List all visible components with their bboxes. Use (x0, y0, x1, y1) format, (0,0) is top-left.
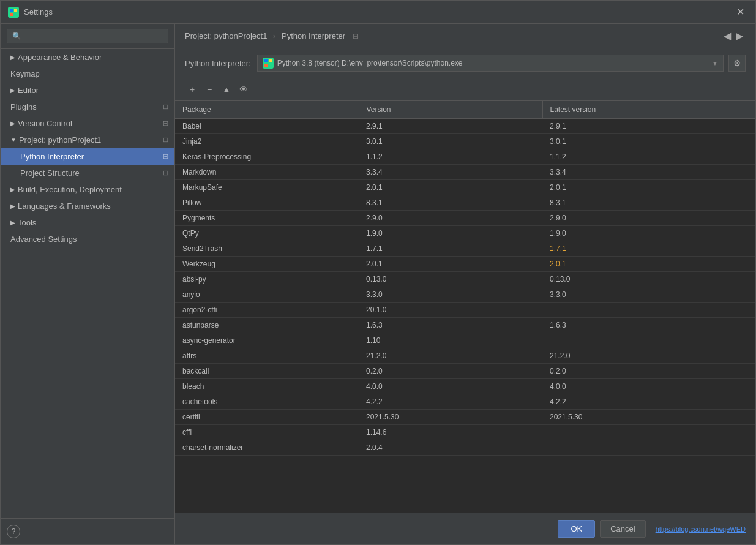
table-row[interactable]: Babel2.9.12.9.1 (175, 119, 755, 134)
sidebar-item-editor[interactable]: ▶ Editor (1, 82, 174, 99)
package-version-cell: 2.0.4 (359, 440, 542, 456)
svg-rect-1 (10, 9, 13, 12)
package-latest-cell (542, 440, 755, 456)
settings-icon: ⊟ (163, 152, 168, 160)
sidebar-item-plugins[interactable]: Plugins ⊟ (1, 99, 174, 115)
interpreter-settings-button[interactable]: ⚙ (728, 55, 746, 72)
sidebar-item-languages-frameworks[interactable]: ▶ Languages & Frameworks (1, 198, 174, 214)
table-row[interactable]: QtPy1.9.01.9.0 (175, 226, 755, 241)
gear-icon: ⚙ (733, 58, 741, 68)
close-button[interactable]: ✕ (733, 5, 748, 19)
expand-arrow: ▶ (10, 203, 15, 209)
sidebar-item-label: Plugins (10, 102, 37, 111)
package-name-cell: charset-normalizer (175, 440, 359, 456)
cancel-button[interactable]: Cancel (600, 520, 645, 538)
package-version-cell: 1.10 (359, 333, 542, 348)
package-latest-cell (542, 303, 755, 318)
package-name-cell: cachetools (175, 394, 359, 410)
package-name-cell: Werkzeug (175, 257, 359, 272)
table-row[interactable]: bleach4.0.04.0.0 (175, 379, 755, 394)
table-header-row: Package Version Latest version (175, 101, 755, 119)
table-row[interactable]: Jinja23.0.13.0.1 (175, 134, 755, 149)
sidebar-item-label: Languages & Frameworks (18, 201, 111, 211)
package-version-cell: 1.9.0 (359, 226, 542, 241)
sidebar-item-build-execution[interactable]: ▶ Build, Execution, Deployment (1, 181, 174, 198)
package-version-cell: 1.6.3 (359, 318, 542, 333)
package-version-cell: 3.0.1 (359, 134, 542, 149)
nav-back-button[interactable]: ◀ (721, 29, 733, 43)
package-version-cell: 3.3.4 (359, 165, 542, 180)
sidebar-item-version-control[interactable]: ▶ Version Control ⊟ (1, 115, 174, 132)
breadcrumb-separator: › (273, 31, 275, 40)
package-name-cell: MarkupSafe (175, 180, 359, 195)
sidebar-item-label: Appearance & Behavior (18, 53, 102, 62)
table-row[interactable]: MarkupSafe2.0.12.0.1 (175, 180, 755, 195)
svg-rect-7 (269, 59, 272, 62)
package-name-cell: async-generator (175, 333, 359, 348)
sidebar-item-project-structure[interactable]: Project Structure ⊟ (1, 165, 174, 181)
package-version-cell: 4.2.2 (359, 394, 542, 410)
remove-package-button[interactable]: − (202, 82, 217, 97)
sidebar-item-python-interpreter[interactable]: Python Interpreter ⊟ (1, 148, 174, 165)
package-name-cell: cffi (175, 425, 359, 440)
add-package-button[interactable]: + (185, 82, 200, 97)
sidebar-item-label: Keymap (10, 69, 40, 78)
table-toolbar: + − ▲ 👁 (175, 78, 755, 101)
table-row[interactable]: certifi2021.5.302021.5.30 (175, 410, 755, 425)
table-row[interactable]: async-generator1.10 (175, 333, 755, 348)
breadcrumb-project[interactable]: Project: pythonProject1 (185, 31, 267, 40)
package-latest-cell (542, 425, 755, 440)
svg-rect-2 (14, 9, 17, 12)
interpreter-dropdown[interactable]: Python 3.8 (tensor) D:\env_pro\tensor\Sc… (257, 55, 724, 72)
package-latest-cell: 2.9.0 (542, 211, 755, 226)
package-name-cell: certifi (175, 410, 359, 425)
package-latest-cell: 21.2.0 (542, 348, 755, 364)
package-latest-cell: 8.3.1 (542, 195, 755, 211)
nav-forward-button[interactable]: ▶ (733, 29, 746, 43)
table-row[interactable]: charset-normalizer2.0.4 (175, 440, 755, 456)
package-version-cell: 3.3.0 (359, 287, 542, 303)
sidebar-item-label: Project Structure (20, 168, 80, 178)
package-version-cell: 20.1.0 (359, 303, 542, 318)
sidebar-item-keymap[interactable]: Keymap (1, 66, 174, 82)
table-row[interactable]: astunparse1.6.31.6.3 (175, 318, 755, 333)
up-button[interactable]: ▲ (219, 82, 234, 97)
table-row[interactable]: cachetools4.2.24.2.2 (175, 394, 755, 410)
table-row[interactable]: Pillow8.3.18.3.1 (175, 195, 755, 211)
table-row[interactable]: absl-py0.13.00.13.0 (175, 272, 755, 287)
table-row[interactable]: Send2Trash1.7.11.7.1 (175, 241, 755, 257)
show-details-button[interactable]: 👁 (236, 82, 251, 97)
table-row[interactable]: attrs21.2.021.2.0 (175, 348, 755, 364)
search-input[interactable] (7, 29, 168, 43)
interpreter-bar: Python Interpreter: Python 3.8 (tensor) … (175, 48, 755, 78)
table-row[interactable]: anyio3.3.03.3.0 (175, 287, 755, 303)
sidebar-item-project[interactable]: ▼ Project: pythonProject1 ⊟ (1, 132, 174, 148)
sidebar-item-appearance[interactable]: ▶ Appearance & Behavior (1, 49, 174, 66)
svg-rect-4 (14, 13, 17, 16)
table-row[interactable]: Pygments2.9.02.9.0 (175, 211, 755, 226)
table-row[interactable]: argon2-cffi20.1.0 (175, 303, 755, 318)
table-row[interactable]: backcall0.2.00.2.0 (175, 364, 755, 379)
sidebar-item-tools[interactable]: ▶ Tools (1, 214, 174, 231)
status-url-link[interactable]: https://blog.csdn.net/wqeWED (656, 525, 746, 533)
table-row[interactable]: Markdown3.3.43.3.4 (175, 165, 755, 180)
dropdown-arrow-icon: ▼ (712, 60, 718, 67)
ok-button[interactable]: OK (558, 520, 595, 538)
help-button[interactable]: ? (7, 525, 20, 538)
sidebar-item-label: Python Interpreter (20, 152, 84, 161)
package-latest-cell: 4.2.2 (542, 394, 755, 410)
package-version-cell: 2.9.0 (359, 211, 542, 226)
table-row[interactable]: Werkzeug2.0.12.0.1 (175, 257, 755, 272)
package-latest-cell: 2.0.1 (542, 257, 755, 272)
table-row[interactable]: cffi1.14.6 (175, 425, 755, 440)
expand-arrow: ▶ (10, 219, 15, 226)
table-row[interactable]: Keras-Preprocessing1.1.21.1.2 (175, 149, 755, 165)
title-bar: Settings ✕ (1, 1, 755, 24)
package-name-cell: Send2Trash (175, 241, 359, 257)
package-latest-cell (542, 333, 755, 348)
package-version-cell: 1.7.1 (359, 241, 542, 257)
breadcrumb-current: Python Interpreter (282, 31, 345, 40)
sidebar-item-advanced-settings[interactable]: Advanced Settings (1, 231, 174, 247)
package-latest-cell: 4.0.0 (542, 379, 755, 394)
package-version-cell: 2.9.1 (359, 119, 542, 134)
